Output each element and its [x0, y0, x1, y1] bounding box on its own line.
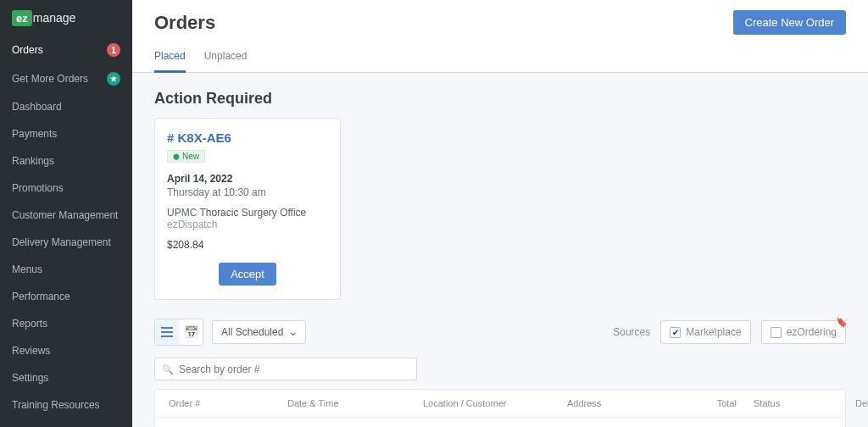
col-order: Order #	[169, 398, 287, 408]
sidebar-item-promotions[interactable]: Promotions	[0, 175, 132, 202]
list-view-button[interactable]	[155, 319, 179, 345]
view-toggle	[154, 319, 203, 346]
card-dispatch: ezDispatch	[167, 219, 328, 230]
search-input-wrap[interactable]	[154, 358, 417, 380]
sidebar-item-rankings[interactable]: Rankings	[0, 147, 132, 175]
sidebar-item-reports[interactable]: Reports	[0, 310, 132, 337]
accept-button[interactable]: Accept	[219, 263, 276, 286]
col-location: Location / Customer	[423, 398, 567, 408]
col-total: Total	[669, 398, 754, 408]
tabs: Placed Unplaced	[154, 50, 846, 72]
sidebar-item-customer[interactable]: Customer Management	[0, 202, 132, 229]
sidebar-item-label: Settings	[12, 372, 48, 384]
col-status: Status	[754, 398, 855, 408]
col-delivery: Delivery Info	[855, 398, 868, 408]
sidebar-item-get-more[interactable]: Get More Orders	[0, 64, 132, 93]
sidebar-item-menus[interactable]: Menus	[0, 256, 132, 283]
orders-table: Order # Date & Time Location / Customer …	[154, 389, 846, 427]
checkbox-label: ezOrdering	[787, 326, 837, 338]
check-icon	[771, 327, 782, 338]
sidebar-item-label: Reviews	[12, 345, 50, 357]
table-row[interactable]: K8X-AE6 Marketplace Thu, 04/14/22 11:00 …	[155, 418, 845, 427]
card-customer: UPMC Thoracic Surgery Office	[167, 207, 328, 219]
marketplace-checkbox[interactable]: Marketplace	[660, 320, 750, 344]
topbar: Orders Create New Order Placed Unplaced	[132, 0, 868, 73]
sidebar-item-label: Rankings	[12, 155, 54, 167]
sidebar-item-dashboard[interactable]: Dashboard	[0, 93, 132, 120]
search-icon	[162, 363, 174, 375]
table-header: Order # Date & Time Location / Customer …	[155, 390, 845, 418]
tab-placed[interactable]: Placed	[154, 50, 186, 73]
logo-manage: manage	[33, 11, 76, 25]
schedule-filter-select[interactable]: All Scheduled	[212, 320, 306, 344]
sidebar-item-delivery[interactable]: Delivery Management	[0, 229, 132, 256]
checkbox-label: Marketplace	[686, 326, 741, 338]
sidebar-item-label: Payments	[12, 128, 57, 140]
sidebar-item-label: Customer Management	[12, 209, 118, 221]
order-id-link[interactable]: # K8X-AE6	[167, 130, 328, 145]
star-badge	[107, 72, 120, 86]
sidebar-item-label: Reports	[12, 318, 47, 330]
sidebar-item-settings[interactable]: Settings	[0, 364, 132, 391]
sidebar-item-orders[interactable]: Orders 1	[0, 36, 132, 64]
section-title: Action Required	[154, 90, 846, 108]
sources-label: Sources	[613, 326, 650, 338]
sidebar-item-label: Get More Orders	[12, 73, 88, 85]
sidebar-item-label: Delivery Management	[12, 236, 111, 248]
sidebar: ezmanage Orders 1 Get More Orders Dashbo…	[0, 0, 132, 427]
orders-count-badge: 1	[107, 43, 120, 57]
card-date: April 14, 2022	[167, 173, 328, 185]
sidebar-item-label: Performance	[12, 291, 70, 302]
create-order-button[interactable]: Create New Order	[733, 10, 846, 35]
sidebar-item-label: Dashboard	[12, 101, 62, 113]
new-badge: New	[167, 150, 205, 163]
content: Action Required # K8X-AE6 New April 14, …	[132, 73, 868, 427]
col-address: Address	[567, 398, 669, 408]
sidebar-item-label: Menus	[12, 263, 42, 275]
card-amount: $208.84	[167, 239, 328, 251]
order-card: # K8X-AE6 New April 14, 2022 Thursday at…	[154, 118, 341, 300]
sidebar-item-label: Orders	[12, 44, 43, 56]
sidebar-item-performance[interactable]: Performance	[0, 283, 132, 310]
card-time: Thursday at 10:30 am	[167, 186, 328, 198]
calendar-view-button[interactable]	[179, 319, 203, 345]
sidebar-item-payments[interactable]: Payments	[0, 120, 132, 147]
page-title: Orders	[154, 12, 215, 34]
bookmark-icon: 🔖	[836, 317, 848, 328]
check-icon	[670, 327, 681, 338]
tab-unplaced[interactable]: Unplaced	[204, 50, 248, 72]
sidebar-item-reviews[interactable]: Reviews	[0, 337, 132, 364]
sidebar-item-label: Training Resources	[12, 399, 100, 411]
logo: ezmanage	[0, 0, 132, 36]
ezordering-checkbox[interactable]: ezOrdering 🔖	[761, 320, 846, 344]
col-datetime: Date & Time	[287, 398, 423, 408]
logo-ez: ez	[12, 10, 32, 26]
search-input[interactable]	[179, 363, 409, 375]
sidebar-item-label: Promotions	[12, 182, 64, 194]
toolbar: All Scheduled Sources Marketplace ezOrde…	[154, 319, 846, 346]
sidebar-item-training[interactable]: Training Resources	[0, 391, 132, 419]
main: Orders Create New Order Placed Unplaced …	[132, 0, 868, 427]
